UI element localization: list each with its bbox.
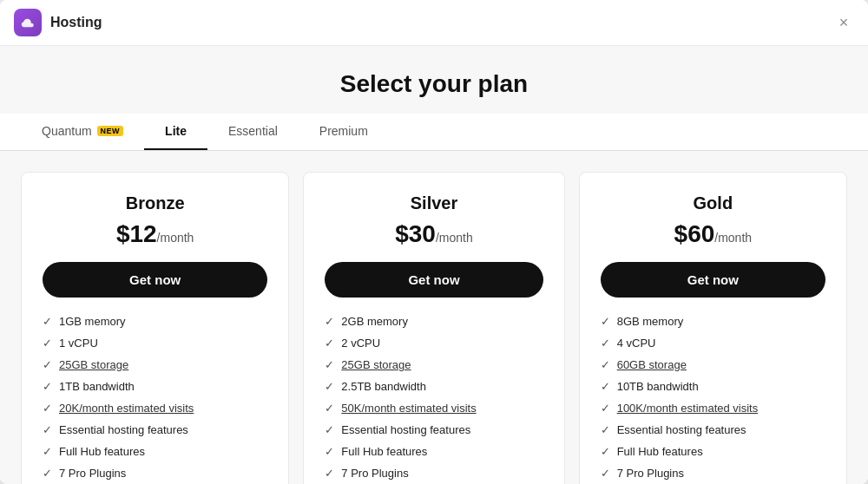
feature-item: ✓2GB memory <box>325 315 542 328</box>
get-now-button-gold[interactable]: Get now <box>601 262 825 298</box>
feature-item: ✓Full Hub features <box>325 445 542 458</box>
feature-text[interactable]: 100K/month estimated visits <box>617 402 759 415</box>
tab-label-premium: Premium <box>319 124 368 138</box>
plan-name-silver: Silver <box>325 193 542 213</box>
feature-text: 2.5TB bandwidth <box>341 380 426 393</box>
get-now-button-silver[interactable]: Get now <box>325 262 542 298</box>
plan-period-gold: /month <box>714 231 752 245</box>
feature-text[interactable]: 50K/month estimated visits <box>341 402 476 415</box>
plans-grid: Bronze$12/monthGet now✓1GB memory✓1 vCPU… <box>0 151 868 484</box>
feature-text: Essential hosting features <box>59 423 188 436</box>
feature-text[interactable]: 60GB storage <box>617 358 687 371</box>
check-icon: ✓ <box>601 358 610 371</box>
feature-item: ✓25GB storage <box>43 358 267 371</box>
check-icon: ✓ <box>325 315 334 328</box>
check-icon: ✓ <box>43 467 52 480</box>
tab-premium[interactable]: Premium <box>299 114 389 150</box>
check-icon: ✓ <box>601 423 610 436</box>
features-list-silver: ✓2GB memory✓2 vCPU✓25GB storage✓2.5TB ba… <box>325 315 542 484</box>
tab-badge-quantum: NEW <box>97 126 124 136</box>
get-now-button-bronze[interactable]: Get now <box>43 262 267 298</box>
feature-item: ✓Essential hosting features <box>43 423 267 436</box>
check-icon: ✓ <box>43 445 52 458</box>
feature-item: ✓8GB memory <box>601 315 825 328</box>
check-icon: ✓ <box>325 467 334 480</box>
check-icon: ✓ <box>325 423 334 436</box>
plan-period-silver: /month <box>436 231 473 245</box>
plan-amount-silver: $30 <box>395 220 436 247</box>
tab-essential[interactable]: Essential <box>207 114 299 150</box>
tab-lite[interactable]: Lite <box>144 114 207 150</box>
feature-item: ✓Essential hosting features <box>325 423 542 436</box>
feature-item: ✓7 Pro Plugins <box>601 467 825 480</box>
feature-item: ✓4 vCPU <box>601 337 825 350</box>
feature-item: ✓Full Hub features <box>43 445 267 458</box>
feature-text: 1TB bandwidth <box>59 380 135 393</box>
check-icon: ✓ <box>325 380 334 393</box>
plan-price-silver: $30/month <box>325 220 542 248</box>
plan-amount-bronze: $12 <box>116 220 157 247</box>
feature-text: 2 vCPU <box>341 337 380 350</box>
feature-text: 1 vCPU <box>59 337 98 350</box>
page-title: Select your plan <box>0 70 868 98</box>
feature-item: ✓10TB bandwidth <box>601 380 825 393</box>
feature-item: ✓2.5TB bandwidth <box>325 380 542 393</box>
check-icon: ✓ <box>601 315 610 328</box>
tab-label-lite: Lite <box>165 124 187 138</box>
check-icon: ✓ <box>325 358 334 371</box>
feature-item: ✓Essential hosting features <box>601 423 825 436</box>
feature-text: 7 Pro Plugins <box>341 467 408 480</box>
feature-text: Full Hub features <box>617 445 703 458</box>
feature-text[interactable]: 20K/month estimated visits <box>59 402 194 415</box>
feature-item: ✓1GB memory <box>43 315 267 328</box>
check-icon: ✓ <box>601 445 610 458</box>
close-button[interactable]: × <box>833 12 854 33</box>
features-list-gold: ✓8GB memory✓4 vCPU✓60GB storage✓10TB ban… <box>601 315 825 484</box>
plan-price-gold: $60/month <box>601 220 825 248</box>
features-list-bronze: ✓1GB memory✓1 vCPU✓25GB storage✓1TB band… <box>43 315 267 484</box>
feature-item: ✓50K/month estimated visits <box>325 402 542 415</box>
feature-text: 10TB bandwidth <box>617 380 699 393</box>
feature-text[interactable]: 25GB storage <box>341 358 411 371</box>
plan-card-gold: Gold$60/monthGet now✓8GB memory✓4 vCPU✓6… <box>579 172 847 484</box>
plan-card-silver: Silver$30/monthGet now✓2GB memory✓2 vCPU… <box>303 172 564 484</box>
tab-quantum[interactable]: QuantumNEW <box>21 114 144 150</box>
check-icon: ✓ <box>43 423 52 436</box>
feature-text: Essential hosting features <box>617 423 746 436</box>
tab-label-quantum: Quantum <box>42 124 92 138</box>
plan-name-bronze: Bronze <box>43 193 267 213</box>
feature-item: ✓25GB storage <box>325 358 542 371</box>
plan-amount-gold: $60 <box>674 220 715 247</box>
check-icon: ✓ <box>325 445 334 458</box>
titlebar-left: Hosting <box>14 9 102 36</box>
tab-label-essential: Essential <box>228 124 278 138</box>
feature-text: 1GB memory <box>59 315 126 328</box>
feature-item: ✓7 Pro Plugins <box>43 467 267 480</box>
feature-text: Full Hub features <box>341 445 427 458</box>
check-icon: ✓ <box>43 402 52 415</box>
check-icon: ✓ <box>601 337 610 350</box>
check-icon: ✓ <box>601 467 610 480</box>
feature-text: Essential hosting features <box>341 423 470 436</box>
feature-text: Full Hub features <box>59 445 145 458</box>
feature-text: 2GB memory <box>341 315 408 328</box>
feature-item: ✓1TB bandwidth <box>43 380 267 393</box>
feature-text: 8GB memory <box>617 315 684 328</box>
check-icon: ✓ <box>43 358 52 371</box>
page-header: Select your plan <box>0 46 868 114</box>
check-icon: ✓ <box>325 402 334 415</box>
check-icon: ✓ <box>43 315 52 328</box>
feature-text: 7 Pro Plugins <box>59 467 126 480</box>
check-icon: ✓ <box>601 402 610 415</box>
plan-name-gold: Gold <box>601 193 825 213</box>
window-title: Hosting <box>50 15 102 30</box>
check-icon: ✓ <box>325 337 334 350</box>
feature-item: ✓7 Pro Plugins <box>325 467 542 480</box>
check-icon: ✓ <box>601 380 610 393</box>
feature-item: ✓100K/month estimated visits <box>601 402 825 415</box>
check-icon: ✓ <box>43 337 52 350</box>
app-window: Hosting × Select your plan QuantumNEWLit… <box>0 0 868 484</box>
check-icon: ✓ <box>43 380 52 393</box>
feature-text[interactable]: 25GB storage <box>59 358 128 371</box>
feature-text: 4 vCPU <box>617 337 656 350</box>
